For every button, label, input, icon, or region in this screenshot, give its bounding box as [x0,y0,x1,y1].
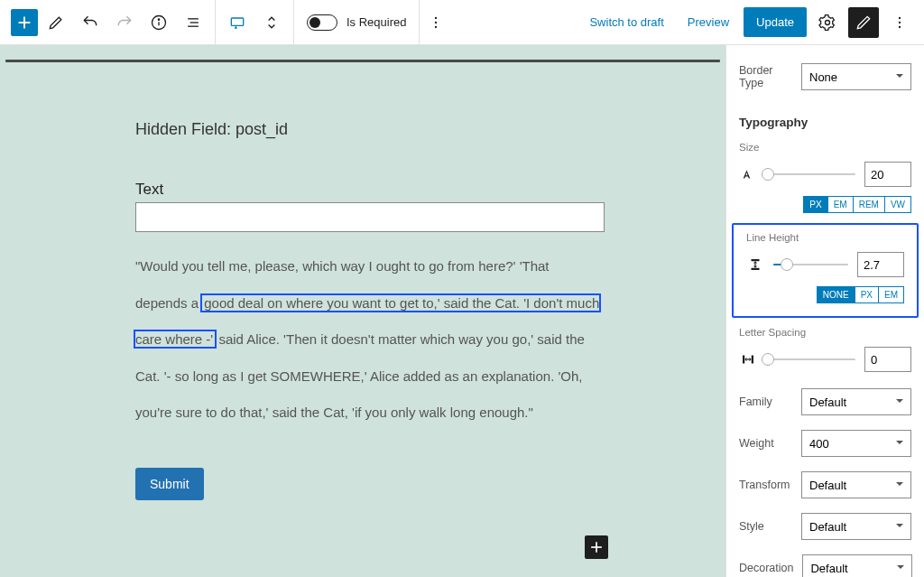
family-label: Family [739,396,772,408]
submit-button[interactable]: Submit [135,468,204,500]
decoration-select[interactable]: Default [802,554,912,577]
styles-button[interactable] [848,7,879,38]
move-handles-icon[interactable] [255,6,288,39]
border-type-select[interactable]: None [801,63,911,90]
editor-more-options-button[interactable] [884,7,915,38]
size-label: Size [726,138,924,158]
letter-spacing-label: Letter Spacing [726,323,924,343]
line-height-slider[interactable] [773,264,848,265]
block-type-icon[interactable] [221,6,254,39]
outline-button[interactable] [177,6,209,39]
letter-spacing-slider[interactable] [766,358,855,360]
line-height-label: Line Height [734,225,917,248]
svg-point-13 [899,16,901,18]
svg-rect-19 [752,268,760,270]
redo-button[interactable] [108,6,141,39]
weight-select[interactable]: 400 [801,430,911,457]
line-height-units: NONE PX EM [734,284,917,311]
svg-rect-21 [752,356,753,364]
selected-text-range: good deal on where you want to get to,' … [135,295,599,348]
weight-label: Weight [739,437,774,450]
form-block-outline [5,60,720,62]
line-height-input[interactable] [857,252,904,277]
settings-sidebar: Border Type None Typography Size PX EM R… [725,45,924,577]
typography-section-title: Typography [726,96,924,138]
editor-canvas[interactable]: Hidden Field: post_id Text "Would you te… [0,45,725,577]
svg-point-4 [158,19,159,20]
edit-tool-button[interactable] [40,6,72,39]
append-block-button[interactable] [585,535,608,559]
transform-select[interactable]: Default [801,471,911,498]
size-unit-rem[interactable]: REM [854,196,885,213]
preview-button[interactable]: Preview [679,8,738,36]
svg-rect-20 [743,356,744,364]
family-select[interactable]: Default [801,388,911,415]
line-height-unit-em[interactable]: EM [879,286,904,303]
svg-point-15 [899,25,901,27]
block-more-options-button[interactable] [420,6,452,39]
transform-label: Transform [739,479,790,491]
svg-point-12 [826,20,830,24]
size-input[interactable] [864,162,911,187]
svg-point-10 [435,21,437,23]
switch-to-draft-button[interactable]: Switch to draft [580,8,672,36]
text-field-description[interactable]: "Would you tell me, please, which way I … [135,248,605,432]
line-height-unit-none[interactable]: NONE [817,286,855,303]
svg-point-14 [899,21,901,23]
style-label: Style [739,520,764,533]
top-toolbar: Is Required Switch to draft Preview Upda… [0,0,924,45]
details-button[interactable] [143,6,175,39]
line-height-icon [746,256,764,273]
size-unit-px[interactable]: PX [803,196,827,213]
size-slider[interactable] [766,173,855,175]
line-height-highlight: Line Height NONE PX EM [732,223,919,318]
settings-button[interactable] [812,7,843,38]
svg-rect-18 [752,259,760,261]
border-type-label: Border Type [739,64,792,89]
is-required-label: Is Required [346,15,406,29]
hidden-field-label: Hidden Field: post_id [135,120,725,139]
size-unit-em[interactable]: EM [828,196,854,213]
update-button[interactable]: Update [744,7,807,37]
text-field-input[interactable] [135,202,605,232]
font-size-icon [739,166,757,182]
style-select[interactable]: Default [801,513,911,540]
line-height-unit-px[interactable]: PX [855,286,879,303]
svg-rect-8 [231,18,243,25]
size-units: PX EM REM VW [726,194,924,220]
decoration-label: Decoration [739,562,793,574]
is-required-toggle[interactable] [307,14,337,31]
text-field-label: Text [135,181,725,199]
undo-button[interactable] [74,6,106,39]
size-unit-vw[interactable]: VW [885,196,911,213]
block-inserter-button[interactable] [11,9,38,36]
svg-point-11 [435,25,437,27]
svg-point-9 [435,16,437,18]
letter-spacing-input[interactable] [864,347,911,372]
letter-spacing-icon [739,351,757,368]
